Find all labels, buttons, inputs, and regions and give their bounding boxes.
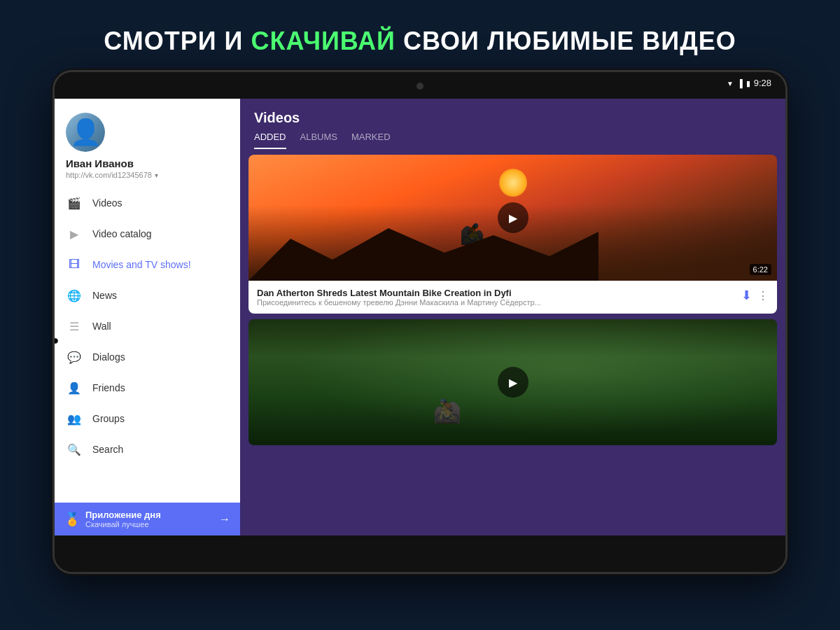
play-button-2[interactable]: ▶ [498,367,528,398]
avatar[interactable] [66,113,105,152]
volume-button [52,240,55,275]
sidebar-item-wall[interactable]: ☰ Wall [55,311,240,342]
sidebar-label-search: Search [92,444,123,455]
chat-icon: 💬 [66,349,83,365]
sidebar-label-video-catalog: Video catalog [92,228,152,239]
videos-title: Videos [240,99,785,126]
camera-hole [52,338,58,344]
wifi-icon [727,78,734,88]
status-bar: 9:28 [727,78,771,88]
main-content: Иван Иванов http://vk.com/id12345678 ▾ 🎬… [55,99,785,536]
tablet-frame: 9:28 Иван Иванов http://vk [52,70,788,574]
sidebar-label-videos: Videos [92,197,122,209]
camera-indicator [416,83,424,90]
dropdown-arrow-icon[interactable]: ▾ [155,172,158,179]
video-subtitle-1: Присоединитесь к бешеному тревелю Дэнни … [257,298,736,307]
home-nav-button[interactable]: ○ [417,547,425,561]
promo-text-block: Приложение дня Скачивай лучшее [85,510,214,528]
profile-name: Иван Иванов [66,158,229,169]
mountain-svg [248,225,598,281]
play-button-1[interactable]: ▶ [498,202,528,233]
right-panel: Videos ADDED ALBUMS MARKED [240,99,785,536]
header-text-part1: СМОТРИ И [104,27,251,55]
promo-medal-icon: 🏅 [64,512,80,527]
sidebar-item-news[interactable]: 🌐 News [55,280,240,311]
header-text: СМОТРИ И СКАЧИВАЙ СВОИ ЛЮБИМЫЕ ВИДЕО [104,27,736,55]
video-title-1: Dan Atherton Shreds Latest Mountain Bike… [257,288,736,298]
sidebar-label-groups: Groups [92,413,125,424]
tablet-device: 9:28 Иван Иванов http://vk [52,70,788,574]
sidebar-item-search[interactable]: 🔍 Search [55,434,240,465]
play-icon: ▶ [66,225,83,242]
video-list: 🚵 ▶ 6:22 Dan Atherton Shre [240,149,785,536]
tab-albums[interactable]: ALBUMS [300,132,337,149]
sidebar-item-groups[interactable]: 👥 Groups [55,403,240,434]
sidebar-item-friends[interactable]: 👤 Friends [55,372,240,403]
sidebar-item-video-catalog[interactable]: ▶ Video catalog [55,218,240,249]
globe-icon: 🌐 [66,287,83,304]
tab-marked[interactable]: MARKED [351,132,391,149]
sidebar-item-dialogs[interactable]: 💬 Dialogs [55,342,240,372]
promo-title: Приложение дня [85,510,214,520]
sidebar: Иван Иванов http://vk.com/id12345678 ▾ 🎬… [55,99,240,536]
app-screen: Иван Иванов http://vk.com/id12345678 ▾ 🎬… [55,99,785,536]
clock: 9:28 [754,78,771,88]
download-button-1[interactable]: ⬇ [741,288,752,303]
back-nav-button[interactable]: ◁ [351,546,361,561]
battery-icon [746,78,750,88]
recents-nav-button[interactable]: □ [481,547,489,561]
tab-added[interactable]: ADDED [254,132,286,149]
sidebar-label-wall: Wall [92,321,111,332]
video-thumbnail-2: 🚵 ▶ [248,319,777,445]
group-icon: 👥 [66,410,83,427]
promo-bar[interactable]: 🏅 Приложение дня Скачивай лучшее → [55,503,240,536]
profile-url-row: http://vk.com/id12345678 ▾ [66,171,229,179]
video-card-1[interactable]: 🚵 ▶ 6:22 Dan Atherton Shre [248,155,777,314]
search-icon: 🔍 [66,441,83,458]
duration-badge-1: 6:22 [750,264,771,275]
sun-graphic [499,169,527,197]
sidebar-item-movies[interactable]: 🎞 Movies and TV shows! [55,249,240,280]
video-card-2[interactable]: 🚵 ▶ [248,319,777,445]
sidebar-label-news: News [92,290,117,301]
film-icon: 🎞 [66,256,83,273]
video-thumbnail-1: 🚵 ▶ 6:22 [248,155,777,281]
power-button [785,212,788,240]
sidebar-label-dialogs: Dialogs [92,351,125,363]
svg-marker-0 [248,228,598,281]
more-options-button-1[interactable]: ⋮ [757,289,769,302]
promo-arrow-icon: → [219,513,230,526]
video-camera-icon: 🎬 [66,195,83,211]
nav-list: 🎬 Videos ▶ Video catalog 🎞 Movies and TV… [55,188,240,503]
list-icon: ☰ [66,318,83,335]
sidebar-item-videos[interactable]: 🎬 Videos [55,188,240,218]
profile-section: Иван Иванов http://vk.com/id12345678 ▾ [55,99,240,188]
sidebar-label-movies: Movies and TV shows! [92,259,191,270]
forest-biker-graphic: 🚵 [433,398,461,424]
header-text-part2: СВОИ ЛЮБИМЫЕ ВИДЕО [396,27,736,55]
sidebar-label-friends: Friends [92,382,125,393]
bottom-navigation: ◁ ○ □ [55,536,785,572]
header-highlight: СКАЧИВАЙ [251,27,395,55]
avatar-image [66,113,105,152]
video-actions-1: ⬇ ⋮ [741,288,769,303]
header-banner: СМОТРИ И СКАЧИВАЙ СВОИ ЛЮБИМЫЕ ВИДЕО [104,27,736,56]
tabs-row: ADDED ALBUMS MARKED [240,126,785,149]
profile-url: http://vk.com/id12345678 [66,171,152,179]
promo-subtitle: Скачивай лучшее [85,520,214,528]
signal-icon [737,78,743,88]
video-info-1: Dan Atherton Shreds Latest Mountain Bike… [248,281,777,314]
video-title-block-1: Dan Atherton Shreds Latest Mountain Bike… [257,288,736,307]
person-icon: 👤 [66,379,83,396]
